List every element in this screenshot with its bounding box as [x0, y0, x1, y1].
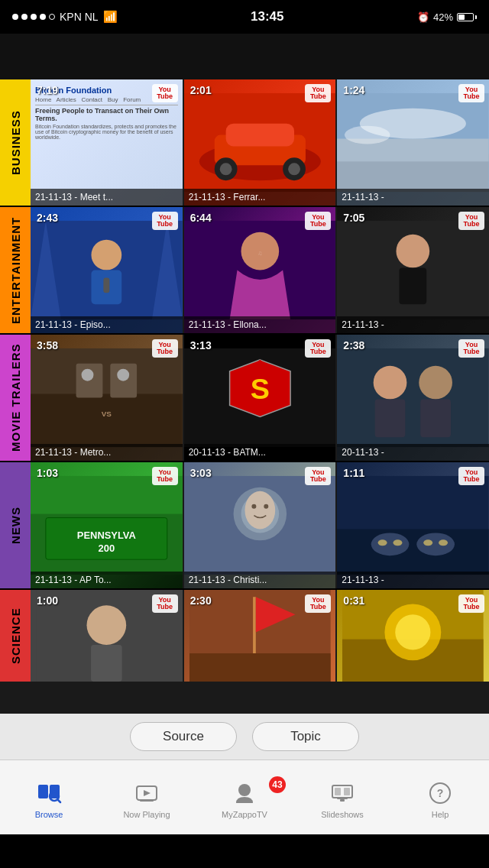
yt-badge-n3: YouTube — [458, 467, 484, 485]
svg-rect-77 — [140, 800, 154, 802]
svg-rect-26 — [31, 394, 183, 448]
svg-point-55 — [417, 533, 455, 555]
movie-video-3[interactable]: 2:38 YouTube 20-11-13 - — [337, 335, 489, 461]
filter-bar: Source Topic — [0, 714, 489, 760]
svg-point-50 — [251, 504, 256, 509]
title-e1: 21-11-13 - Episo... — [31, 316, 183, 333]
yt-badge-m3: YouTube — [458, 339, 484, 358]
svg-rect-64 — [253, 597, 256, 653]
svg-text:S: S — [250, 373, 269, 405]
content-area: Business Bitcoin Foundation Home Article… — [0, 79, 489, 714]
title-b2: 21-11-13 - Ferrar... — [184, 189, 336, 206]
business-video-2[interactable]: 2:01 YouTube 21-11-13 - Ferrar... — [184, 79, 336, 206]
duration-b1: 7:19 — [37, 84, 58, 96]
entertainment-video-2[interactable]: ♫ 6:44 YouTube 21-11-13 - Ellona... — [184, 207, 336, 333]
title-e2: 21-11-13 - Ellona... — [184, 316, 336, 333]
svg-rect-40 — [421, 399, 452, 437]
tab-bar: Browse Now Playing 43 MyZappoTV — [0, 760, 489, 834]
news-video-1[interactable]: PENNSYLVA 200 1:03 YouTube 21-11-13 - AP… — [31, 462, 183, 588]
news-video-2[interactable]: 3:03 YouTube 21-11-13 - Christi... — [184, 462, 336, 588]
duration-n1: 1:03 — [37, 467, 58, 479]
svg-point-7 — [288, 163, 300, 175]
news-video-3[interactable]: 1:11 YouTube 21-11-13 - — [337, 462, 489, 588]
movie-video-1[interactable]: VS 3:58 YouTube 21-11-13 - Metro... — [31, 335, 183, 461]
topic-filter-button[interactable]: Topic — [252, 722, 359, 751]
yt-badge-e3: YouTube — [458, 212, 484, 230]
title-b1: 21-11-13 - Meet t... — [31, 189, 183, 206]
status-bar: KPN NL 📶 13:45 ⏰ 42% — [0, 0, 489, 34]
dot2 — [21, 14, 28, 20]
slideshows-icon-svg — [329, 780, 355, 806]
svg-point-23 — [397, 235, 430, 268]
yt-badge-s1: YouTube — [152, 594, 178, 613]
battery-percent: 42% — [433, 11, 453, 23]
status-left: KPN NL 📶 — [12, 10, 118, 24]
yt-badge-s3: YouTube — [458, 594, 484, 613]
science-video-3[interactable]: 0:31 YouTube — [337, 590, 489, 682]
entertainment-video-1[interactable]: 2:43 YouTube 21-11-13 - Episo... — [31, 207, 183, 333]
category-row-movie-trailers: Movie Trailers VS 3:58 — [0, 335, 489, 461]
tab-browse[interactable]: Browse — [0, 779, 98, 819]
news-videos: PENNSYLVA 200 1:03 YouTube 21-11-13 - AP… — [31, 462, 489, 588]
svg-point-78 — [238, 784, 251, 796]
carrier-label: KPN NL — [60, 11, 99, 23]
svg-text:VS: VS — [102, 410, 112, 418]
source-filter-button[interactable]: Source — [130, 722, 237, 751]
svg-point-59 — [439, 539, 448, 546]
entertainment-video-3[interactable]: 7:05 YouTube 21-11-13 - — [337, 207, 489, 333]
dot5 — [49, 14, 55, 20]
my-zappo-icon-svg — [232, 780, 257, 806]
svg-point-12 — [345, 126, 390, 144]
title-b3: 21-11-13 - — [337, 189, 489, 206]
tab-now-playing[interactable]: Now Playing — [98, 779, 196, 819]
svg-point-5 — [219, 163, 232, 175]
yt-badge-e2: YouTube — [305, 212, 331, 230]
movie-video-2[interactable]: S 3:13 YouTube 20-11-13 - BATM... — [184, 335, 336, 461]
dot4 — [40, 14, 46, 20]
browse-tab-label: Browse — [35, 810, 63, 819]
yt-badge-s2: YouTube — [305, 594, 331, 613]
slideshows-icon — [329, 779, 356, 807]
title-n3: 21-11-13 - — [337, 572, 489, 588]
tab-help[interactable]: ? Help — [391, 779, 489, 819]
now-playing-icon — [133, 779, 160, 807]
wifi-icon: 📶 — [103, 10, 118, 24]
duration-m1: 3:58 — [37, 339, 58, 351]
duration-e1: 2:43 — [37, 212, 58, 224]
movie-trailers-videos: VS 3:58 YouTube 21-11-13 - Metro... S — [31, 335, 489, 461]
svg-point-70 — [396, 614, 431, 649]
svg-point-49 — [244, 491, 275, 530]
category-row-business: Business Bitcoin Foundation Home Article… — [0, 79, 489, 206]
svg-rect-82 — [337, 798, 348, 799]
yt-badge-b3: YouTube — [458, 84, 484, 102]
signal-dots — [12, 14, 55, 20]
svg-text:♫: ♫ — [257, 250, 262, 257]
yt-badge-b2: YouTube — [305, 84, 331, 102]
business-videos: Bitcoin Foundation Home Articles Contact… — [31, 79, 489, 206]
category-row-science: Science 1:00 YouTube — [0, 590, 489, 682]
svg-point-58 — [424, 539, 433, 546]
duration-b2: 2:01 — [190, 84, 212, 96]
svg-point-16 — [91, 240, 121, 270]
duration-s1: 1:00 — [37, 594, 58, 607]
duration-e3: 7:05 — [343, 212, 364, 224]
business-video-3[interactable]: 1:24 YouTube 21-11-13 - — [337, 79, 489, 206]
browse-icon — [35, 779, 63, 807]
help-icon: ? — [426, 779, 454, 807]
tab-slideshows[interactable]: Slideshows — [293, 779, 391, 819]
title-n1: 21-11-13 - AP To... — [31, 572, 183, 588]
science-video-1[interactable]: 1:00 YouTube — [31, 590, 183, 682]
title-m3: 20-11-13 - — [337, 444, 489, 461]
source-filter-label: Source — [163, 729, 204, 744]
duration-m3: 2:38 — [343, 339, 364, 351]
category-row-entertainment: Entertainment — [0, 207, 489, 333]
dot1 — [12, 14, 18, 20]
science-video-2[interactable]: 2:30 YouTube — [184, 590, 336, 682]
category-label-entertainment: Entertainment — [0, 207, 31, 333]
yt-badge-e1: YouTube — [152, 212, 178, 230]
duration-n2: 3:03 — [190, 467, 212, 479]
yt-badge-m2: YouTube — [305, 339, 331, 358]
business-video-1[interactable]: Bitcoin Foundation Home Articles Contact… — [31, 79, 183, 206]
title-e3: 21-11-13 - — [337, 316, 489, 333]
tab-my-zappo-tv[interactable]: 43 MyZappoTV — [196, 779, 293, 819]
